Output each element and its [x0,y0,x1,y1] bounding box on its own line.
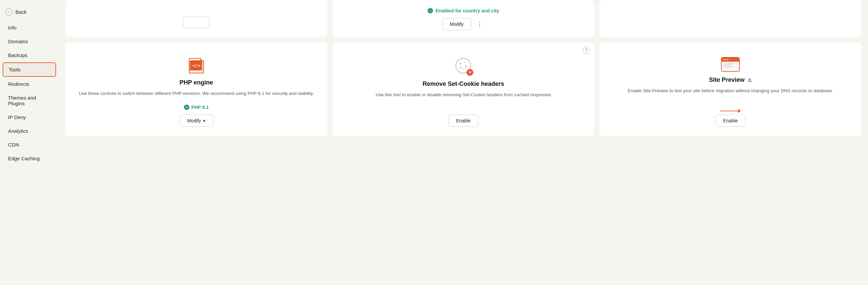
sidebar-item-tools[interactable]: Tools [3,62,56,77]
top-card-2-status: Enabled for country and city [436,8,499,13]
back-arrow-icon: ← [5,8,13,15]
cards-grid: </> PHP engine Use these controls to swi… [65,42,861,136]
sidebar-item-edge-caching[interactable]: Edge Caching [3,152,56,165]
svg-point-4 [460,63,462,65]
sidebar-item-analytics[interactable]: Analytics [3,124,56,138]
sidebar-item-themes-plugins[interactable]: Themes and Plugins [3,91,56,110]
svg-point-6 [465,65,467,67]
sidebar-item-info[interactable]: Info [3,21,56,34]
top-card-2-status-row: ✓ Enabled for country and city [428,8,499,13]
enabled-dot-icon: ✓ [428,8,433,13]
chevron-down-icon: ▾ [203,118,206,123]
sidebar-item-backups[interactable]: Backups [3,48,56,62]
cookie-error-icon: ✕ [467,69,473,76]
back-button[interactable]: ← Back [0,5,59,21]
main-content: ✓ Enabled for country and city Modify ⋮ [59,0,868,285]
site-preview-card: Site Preview ⚠ Enable Site Preview to te… [599,42,861,136]
more-options-icon[interactable]: ⋮ [475,20,485,29]
top-cards-row: ✓ Enabled for country and city Modify ⋮ [65,0,861,37]
php-engine-card: </> PHP engine Use these controls to swi… [65,42,327,136]
cookie-card-top-row: ? [328,47,590,54]
top-card-3 [599,0,861,37]
cookie-card-desc: Use this tool to enable or disable remov… [376,92,551,109]
php-engine-title: PHP engine [180,79,213,86]
top-card-2: ✓ Enabled for country and city Modify ⋮ [333,0,594,37]
sidebar-item-redirects[interactable]: Redirects [3,77,56,91]
svg-point-9 [459,67,460,68]
sidebar-item-ip-deny[interactable]: IP Deny [3,111,56,124]
cookie-card-title: Remove Set-Cookie headers [423,80,504,87]
svg-point-5 [464,62,465,63]
site-preview-title: Site Preview ⚠ [709,76,752,83]
question-icon[interactable]: ? [583,47,589,54]
sidebar-item-domains[interactable]: Domains [3,35,56,48]
svg-point-7 [461,67,462,69]
php-engine-status: ✓ PHP 8.1 [184,105,209,110]
php-status-dot: ✓ [184,105,189,110]
top-card-2-modify-button[interactable]: Modify [442,18,471,30]
site-preview-icon-wrapper [721,57,740,72]
php-engine-desc: Use these controls to switch between dif… [79,90,314,99]
remove-cookie-card: ? ✕ Remove Set-Cookie headers [333,42,594,136]
php-engine-icon: </> [187,57,206,74]
top-card-2-actions: Modify ⋮ [442,18,485,30]
top-card-1 [65,0,327,37]
cookie-icon-wrapper: ✕ [455,57,472,76]
sidebar-nav: Info Domains Backups Tools Redirects The… [0,21,59,165]
cookie-enable-button[interactable]: Enable [448,115,478,127]
back-label: Back [16,9,27,15]
php-engine-modify-button[interactable]: Modify ▾ [180,115,213,127]
site-preview-desc: Enable Site Preview to test your site be… [628,87,833,105]
site-preview-enable-button[interactable]: Enable [715,115,745,127]
sidebar-item-cdn[interactable]: CDN [3,138,56,151]
arrow-right-icon [720,111,740,111]
warning-triangle-icon: ⚠ [747,77,752,83]
svg-point-8 [463,68,465,70]
top-card-1-input[interactable] [183,17,210,28]
sidebar: ← Back Info Domains Backups Tools Redire… [0,0,59,285]
svg-text:</>: </> [192,63,200,68]
